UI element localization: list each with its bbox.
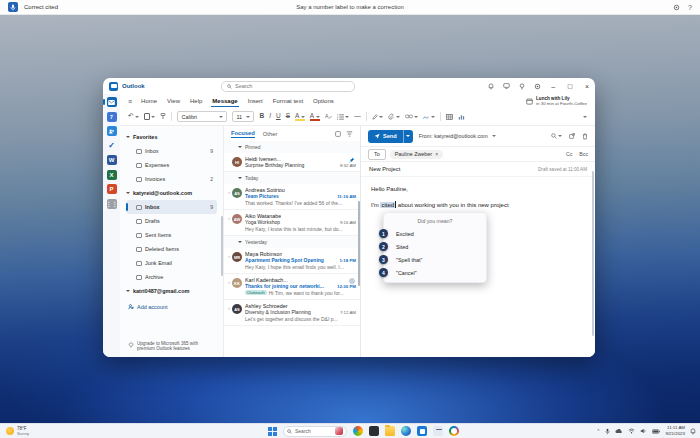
clear-formatting-icon[interactable]: A (325, 113, 332, 120)
message-list-scrollbar[interactable] (358, 201, 360, 286)
suggestion-excited[interactable]: 1 Excited (384, 227, 486, 240)
discard-trash-icon[interactable] (582, 133, 588, 140)
email-row-aiko[interactable]: › AW Aiko Watanabe Yoga Workshop9:16 AM … (224, 210, 360, 236)
folder-drafts[interactable]: Drafts (126, 214, 217, 228)
tray-volume-icon[interactable] (640, 428, 647, 434)
signature-icon[interactable] (423, 114, 435, 120)
rail-todo-icon[interactable]: ✓ (107, 141, 117, 151)
email-row-maya[interactable]: › MR Maya Robinson Apartment Parking Spo… (224, 248, 360, 274)
font-size-select[interactable]: 11 (232, 111, 254, 122)
expand-chevron-icon[interactable]: › (226, 277, 232, 296)
tab-help[interactable]: Help (189, 96, 203, 106)
attach-paperclip-icon[interactable] (388, 113, 400, 120)
font-family-select[interactable]: Calibri (177, 111, 227, 122)
account-outlook-header[interactable]: katyreid@outlook.com (126, 186, 223, 200)
recipient-pill[interactable]: Pauline Zweber × (390, 150, 443, 159)
email-row-heidi[interactable]: HI Heidi Iversen... Surprise Birthday Pl… (224, 153, 360, 172)
remove-recipient-icon[interactable]: × (435, 151, 438, 157)
popout-icon[interactable] (569, 133, 575, 139)
email-row-karl[interactable]: › KK Karl Kadenbach... Thanks for joinin… (224, 274, 360, 300)
rail-powerpoint-icon[interactable]: P (107, 184, 117, 194)
rail-word-icon[interactable]: W (107, 155, 117, 165)
add-account-button[interactable]: Add account (126, 300, 223, 314)
folder-favorites-invoices[interactable]: Invoices2 (126, 172, 217, 186)
email-row-andreas[interactable]: › AS Andreas Sotiriou Team Pictures11:10… (224, 184, 360, 210)
group-header-today[interactable]: Today (224, 172, 360, 184)
toolbar-more-chevron-icon[interactable] (582, 116, 588, 118)
to-button[interactable]: To (368, 149, 386, 160)
expand-chevron-icon[interactable]: › (226, 303, 232, 322)
suggestion-cancel[interactable]: 4 "Cancel" (384, 266, 486, 279)
taskbar-store-icon[interactable] (417, 426, 427, 436)
bcc-button[interactable]: Bcc (579, 151, 588, 157)
folder-favorites-inbox[interactable]: Inbox9 (126, 144, 217, 158)
tab-insert[interactable]: Insert (247, 96, 264, 106)
taskbar-chat-icon[interactable] (449, 426, 459, 436)
misspelled-word-highlight[interactable]: cited (380, 202, 395, 208)
strikethrough-button[interactable]: S (286, 113, 290, 120)
rail-excel-icon[interactable]: X (107, 170, 117, 180)
folder-inbox-selected[interactable]: Inbox9 (126, 200, 217, 214)
compose-scrollbar[interactable] (592, 171, 595, 336)
folder-favorites-expenses[interactable]: Expenses (126, 158, 217, 172)
send-button[interactable]: Send (368, 130, 413, 143)
tray-microphone-icon[interactable] (605, 428, 610, 435)
editor-zoom-icon[interactable] (551, 133, 563, 139)
taskbar-outlook-icon-active[interactable] (433, 426, 443, 436)
expand-chevron-icon[interactable]: › (226, 251, 232, 270)
tab-format-text[interactable]: Format text (272, 96, 304, 106)
folder-sent-items[interactable]: Sent Items (126, 228, 217, 242)
pin-icon[interactable] (349, 157, 355, 163)
filter-icon[interactable] (346, 131, 353, 137)
notifications-bell-icon[interactable] (488, 83, 494, 90)
taskbar-clock[interactable]: 11:11 AM 9/21/2023 (665, 425, 685, 436)
tab-home[interactable]: Home (140, 96, 158, 106)
account-gmail-header[interactable]: katri0487@gmail.com (126, 284, 223, 298)
tips-lightbulb-icon[interactable] (519, 83, 525, 90)
expand-chevron-icon[interactable]: › (226, 187, 232, 206)
tray-onedrive-icon[interactable] (615, 429, 623, 434)
taskbar-terminal-icon[interactable] (369, 426, 379, 436)
list-format-icon[interactable] (337, 114, 350, 120)
taskbar-file-explorer-icon[interactable] (385, 426, 395, 436)
favorites-section-header[interactable]: Favorites (126, 130, 223, 144)
rail-people-icon[interactable] (107, 126, 117, 136)
italic-button[interactable]: I (269, 113, 271, 120)
suggestion-sited[interactable]: 2 Sited (384, 240, 486, 253)
taskbar-search[interactable]: Search (283, 426, 347, 437)
tab-view[interactable]: View (166, 96, 181, 106)
group-header-pinned[interactable]: Pinned (224, 141, 360, 153)
editor-pen-icon[interactable] (372, 114, 384, 120)
folder-archive[interactable]: Archive (126, 270, 217, 284)
tray-battery-icon[interactable] (652, 429, 660, 434)
suggestion-spell-that[interactable]: 3 "Spell that" (384, 253, 486, 266)
subject-field[interactable]: New Project (369, 166, 400, 172)
settings-gear-icon[interactable] (534, 83, 541, 90)
send-options-chevron-icon[interactable] (403, 130, 413, 143)
taskbar-edge-icon[interactable] (401, 426, 411, 436)
link-icon[interactable] (405, 114, 419, 119)
maximize-button[interactable]: ▢ (567, 83, 573, 89)
folder-deleted-items[interactable]: Deleted Items (126, 242, 217, 256)
from-selector[interactable]: From: katyreid@outlook.com (419, 133, 496, 139)
upgrade-banner[interactable]: Upgrade to Microsoft 365 with premium Ou… (128, 341, 217, 352)
tray-wifi-icon[interactable] (628, 428, 635, 434)
paste-icon[interactable] (144, 113, 156, 120)
tab-message[interactable]: Message (211, 96, 238, 107)
tab-options[interactable]: Options (312, 96, 335, 106)
select-messages-icon[interactable] (335, 131, 341, 137)
undo-icon[interactable]: ↶ (128, 113, 139, 120)
cc-button[interactable]: Cc (566, 151, 572, 157)
insert-table-icon[interactable] (446, 114, 453, 120)
calendar-reminder[interactable]: Lunch with Lily in 30 min at Fourth-Coff… (526, 96, 587, 106)
horizontal-rule-icon[interactable]: — (354, 113, 361, 120)
folder-junk-email[interactable]: Junk Email (126, 256, 217, 270)
highlight-color-button[interactable]: A (295, 113, 305, 120)
voice-settings-gear-icon[interactable] (673, 4, 680, 11)
weather-widget[interactable]: 78°F Sunny (0, 426, 180, 436)
group-header-yesterday[interactable]: Yesterday (224, 236, 360, 248)
expand-chevron-icon[interactable]: › (226, 213, 232, 232)
bold-button[interactable]: B (259, 113, 264, 120)
minimize-button[interactable]: – (551, 83, 555, 90)
format-painter-icon[interactable] (160, 113, 166, 120)
